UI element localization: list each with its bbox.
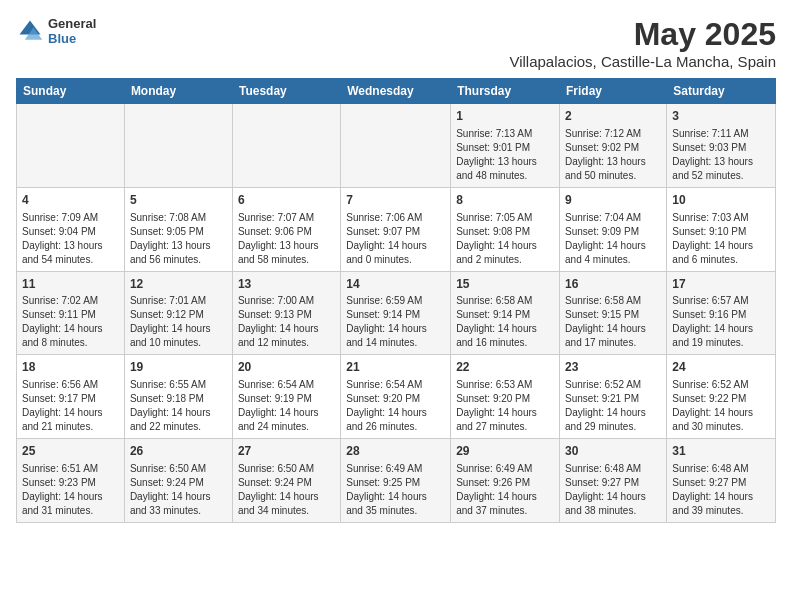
day-number: 4 <box>22 192 119 209</box>
cell-content: Sunrise: 6:49 AM Sunset: 9:25 PM Dayligh… <box>346 462 445 518</box>
day-number: 8 <box>456 192 554 209</box>
cell-content: Sunrise: 6:58 AM Sunset: 9:14 PM Dayligh… <box>456 294 554 350</box>
calendar-week-2: 11Sunrise: 7:02 AM Sunset: 9:11 PM Dayli… <box>17 271 776 355</box>
day-number: 21 <box>346 359 445 376</box>
calendar-cell: 10Sunrise: 7:03 AM Sunset: 9:10 PM Dayli… <box>667 187 776 271</box>
cell-content: Sunrise: 6:59 AM Sunset: 9:14 PM Dayligh… <box>346 294 445 350</box>
calendar-cell: 4Sunrise: 7:09 AM Sunset: 9:04 PM Daylig… <box>17 187 125 271</box>
day-number: 24 <box>672 359 770 376</box>
calendar-cell: 21Sunrise: 6:54 AM Sunset: 9:20 PM Dayli… <box>341 355 451 439</box>
cell-content: Sunrise: 7:06 AM Sunset: 9:07 PM Dayligh… <box>346 211 445 267</box>
cell-content: Sunrise: 7:13 AM Sunset: 9:01 PM Dayligh… <box>456 127 554 183</box>
header-saturday: Saturday <box>667 79 776 104</box>
logo-icon <box>16 17 44 45</box>
day-number: 31 <box>672 443 770 460</box>
day-number: 22 <box>456 359 554 376</box>
calendar-cell: 8Sunrise: 7:05 AM Sunset: 9:08 PM Daylig… <box>451 187 560 271</box>
day-number: 18 <box>22 359 119 376</box>
header-tuesday: Tuesday <box>232 79 340 104</box>
cell-content: Sunrise: 6:54 AM Sunset: 9:19 PM Dayligh… <box>238 378 335 434</box>
cell-content: Sunrise: 6:52 AM Sunset: 9:21 PM Dayligh… <box>565 378 661 434</box>
calendar-cell: 2Sunrise: 7:12 AM Sunset: 9:02 PM Daylig… <box>560 104 667 188</box>
calendar-cell: 24Sunrise: 6:52 AM Sunset: 9:22 PM Dayli… <box>667 355 776 439</box>
header-monday: Monday <box>124 79 232 104</box>
day-number: 23 <box>565 359 661 376</box>
logo-general: General <box>48 16 96 31</box>
calendar-cell: 7Sunrise: 7:06 AM Sunset: 9:07 PM Daylig… <box>341 187 451 271</box>
cell-content: Sunrise: 7:03 AM Sunset: 9:10 PM Dayligh… <box>672 211 770 267</box>
calendar-week-1: 4Sunrise: 7:09 AM Sunset: 9:04 PM Daylig… <box>17 187 776 271</box>
calendar-cell: 27Sunrise: 6:50 AM Sunset: 9:24 PM Dayli… <box>232 439 340 523</box>
day-number: 20 <box>238 359 335 376</box>
calendar-cell: 31Sunrise: 6:48 AM Sunset: 9:27 PM Dayli… <box>667 439 776 523</box>
day-number: 26 <box>130 443 227 460</box>
day-number: 9 <box>565 192 661 209</box>
calendar-cell: 14Sunrise: 6:59 AM Sunset: 9:14 PM Dayli… <box>341 271 451 355</box>
day-number: 2 <box>565 108 661 125</box>
cell-content: Sunrise: 6:50 AM Sunset: 9:24 PM Dayligh… <box>130 462 227 518</box>
day-number: 28 <box>346 443 445 460</box>
day-number: 5 <box>130 192 227 209</box>
cell-content: Sunrise: 6:50 AM Sunset: 9:24 PM Dayligh… <box>238 462 335 518</box>
calendar-cell: 19Sunrise: 6:55 AM Sunset: 9:18 PM Dayli… <box>124 355 232 439</box>
calendar-cell: 23Sunrise: 6:52 AM Sunset: 9:21 PM Dayli… <box>560 355 667 439</box>
calendar-body: 1Sunrise: 7:13 AM Sunset: 9:01 PM Daylig… <box>17 104 776 523</box>
day-number: 12 <box>130 276 227 293</box>
cell-content: Sunrise: 7:00 AM Sunset: 9:13 PM Dayligh… <box>238 294 335 350</box>
header-sunday: Sunday <box>17 79 125 104</box>
calendar-cell <box>17 104 125 188</box>
calendar-cell: 17Sunrise: 6:57 AM Sunset: 9:16 PM Dayli… <box>667 271 776 355</box>
calendar-cell: 12Sunrise: 7:01 AM Sunset: 9:12 PM Dayli… <box>124 271 232 355</box>
cell-content: Sunrise: 7:05 AM Sunset: 9:08 PM Dayligh… <box>456 211 554 267</box>
cell-content: Sunrise: 7:04 AM Sunset: 9:09 PM Dayligh… <box>565 211 661 267</box>
header-thursday: Thursday <box>451 79 560 104</box>
calendar-cell <box>124 104 232 188</box>
page-header: General Blue May 2025 Villapalacios, Cas… <box>16 16 776 70</box>
calendar-cell: 25Sunrise: 6:51 AM Sunset: 9:23 PM Dayli… <box>17 439 125 523</box>
cell-content: Sunrise: 7:11 AM Sunset: 9:03 PM Dayligh… <box>672 127 770 183</box>
calendar-cell: 1Sunrise: 7:13 AM Sunset: 9:01 PM Daylig… <box>451 104 560 188</box>
cell-content: Sunrise: 6:51 AM Sunset: 9:23 PM Dayligh… <box>22 462 119 518</box>
cell-content: Sunrise: 6:54 AM Sunset: 9:20 PM Dayligh… <box>346 378 445 434</box>
page-subtitle: Villapalacios, Castille-La Mancha, Spain <box>509 53 776 70</box>
header-wednesday: Wednesday <box>341 79 451 104</box>
day-number: 19 <box>130 359 227 376</box>
calendar-week-4: 25Sunrise: 6:51 AM Sunset: 9:23 PM Dayli… <box>17 439 776 523</box>
cell-content: Sunrise: 7:09 AM Sunset: 9:04 PM Dayligh… <box>22 211 119 267</box>
cell-content: Sunrise: 6:56 AM Sunset: 9:17 PM Dayligh… <box>22 378 119 434</box>
logo-blue: Blue <box>48 31 96 46</box>
cell-content: Sunrise: 6:58 AM Sunset: 9:15 PM Dayligh… <box>565 294 661 350</box>
day-number: 16 <box>565 276 661 293</box>
header-friday: Friday <box>560 79 667 104</box>
calendar-week-0: 1Sunrise: 7:13 AM Sunset: 9:01 PM Daylig… <box>17 104 776 188</box>
calendar-week-3: 18Sunrise: 6:56 AM Sunset: 9:17 PM Dayli… <box>17 355 776 439</box>
cell-content: Sunrise: 6:55 AM Sunset: 9:18 PM Dayligh… <box>130 378 227 434</box>
day-number: 6 <box>238 192 335 209</box>
page-title: May 2025 <box>509 16 776 53</box>
calendar-cell: 28Sunrise: 6:49 AM Sunset: 9:25 PM Dayli… <box>341 439 451 523</box>
day-number: 1 <box>456 108 554 125</box>
cell-content: Sunrise: 7:07 AM Sunset: 9:06 PM Dayligh… <box>238 211 335 267</box>
logo-text: General Blue <box>48 16 96 46</box>
calendar-table: SundayMondayTuesdayWednesdayThursdayFrid… <box>16 78 776 523</box>
calendar-cell: 13Sunrise: 7:00 AM Sunset: 9:13 PM Dayli… <box>232 271 340 355</box>
cell-content: Sunrise: 6:53 AM Sunset: 9:20 PM Dayligh… <box>456 378 554 434</box>
calendar-cell: 20Sunrise: 6:54 AM Sunset: 9:19 PM Dayli… <box>232 355 340 439</box>
calendar-cell: 22Sunrise: 6:53 AM Sunset: 9:20 PM Dayli… <box>451 355 560 439</box>
title-block: May 2025 Villapalacios, Castille-La Manc… <box>509 16 776 70</box>
calendar-cell: 11Sunrise: 7:02 AM Sunset: 9:11 PM Dayli… <box>17 271 125 355</box>
cell-content: Sunrise: 7:02 AM Sunset: 9:11 PM Dayligh… <box>22 294 119 350</box>
day-number: 3 <box>672 108 770 125</box>
logo: General Blue <box>16 16 96 46</box>
cell-content: Sunrise: 6:48 AM Sunset: 9:27 PM Dayligh… <box>672 462 770 518</box>
calendar-cell: 3Sunrise: 7:11 AM Sunset: 9:03 PM Daylig… <box>667 104 776 188</box>
day-number: 11 <box>22 276 119 293</box>
calendar-cell: 18Sunrise: 6:56 AM Sunset: 9:17 PM Dayli… <box>17 355 125 439</box>
cell-content: Sunrise: 7:08 AM Sunset: 9:05 PM Dayligh… <box>130 211 227 267</box>
cell-content: Sunrise: 7:12 AM Sunset: 9:02 PM Dayligh… <box>565 127 661 183</box>
day-number: 10 <box>672 192 770 209</box>
calendar-cell: 6Sunrise: 7:07 AM Sunset: 9:06 PM Daylig… <box>232 187 340 271</box>
day-number: 25 <box>22 443 119 460</box>
calendar-header: SundayMondayTuesdayWednesdayThursdayFrid… <box>17 79 776 104</box>
calendar-cell: 5Sunrise: 7:08 AM Sunset: 9:05 PM Daylig… <box>124 187 232 271</box>
